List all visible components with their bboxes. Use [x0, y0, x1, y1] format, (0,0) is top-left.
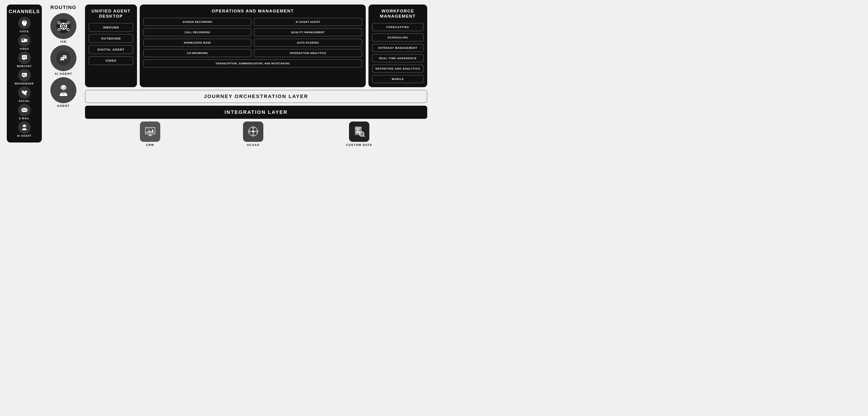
svg-rect-52	[149, 130, 150, 133]
svg-rect-74	[359, 131, 360, 133]
routing-label-agent: AGENT	[57, 104, 70, 107]
wfm-item-scheduling: SCHEDULING	[372, 33, 424, 41]
integration-icons: CRM	[85, 122, 427, 146]
ai-agent-icon	[21, 124, 28, 131]
svg-marker-4	[26, 39, 27, 42]
crm-icon-box	[140, 122, 160, 142]
ua-item-digital-agent: DIGITAL AGENT	[89, 45, 133, 54]
main-container: CHANNELS VOICE	[7, 4, 427, 146]
messenger-icon	[21, 72, 28, 79]
ua-item-inbound: INBOUND	[89, 23, 133, 32]
svg-rect-55	[147, 129, 150, 129]
ucaas-label: UCaaS	[247, 143, 259, 146]
messenger-icon-circle	[18, 69, 31, 81]
svg-rect-2	[22, 22, 23, 24]
custom-data-label: CUSTOM DATA	[346, 143, 372, 146]
video-icon-circle	[18, 34, 31, 47]
ua-item-outbound: OUTBOUND	[89, 34, 133, 43]
channel-item-social: SOCIAL	[9, 86, 39, 103]
routing-item-agent: AGENT	[51, 77, 76, 107]
svg-rect-56	[151, 129, 153, 129]
channel-label-social: SOCIAL	[19, 100, 30, 102]
ops-item-auto-scoring: AUTO-SCORING	[254, 39, 362, 47]
routing-title: ROUTING	[51, 4, 76, 10]
channel-label-ai-agent: AI AGENT	[17, 134, 31, 137]
ai-agent-icon-circle	[18, 121, 31, 134]
email-icon	[21, 106, 28, 114]
svg-rect-10	[23, 75, 25, 75]
svg-rect-32	[63, 23, 64, 24]
wfm-item-mobile: MOBILE	[372, 75, 424, 83]
voice-icon-circle	[18, 17, 31, 29]
wfm-panel-title: WORKFORCE MANAGEMENT	[372, 8, 424, 19]
channel-item-video: VIDEO	[9, 34, 39, 50]
ops-item-interaction-analytics: INTERACTION ANALYTICS	[254, 49, 362, 57]
svg-point-11	[25, 93, 26, 95]
svg-rect-33	[63, 28, 64, 29]
svg-rect-71	[355, 129, 360, 130]
svg-point-39	[61, 58, 62, 59]
channel-item-email: E-MAIL	[9, 104, 39, 120]
webchat-icon-circle	[18, 51, 31, 64]
channel-label-webchat: WEBCHAT	[17, 65, 32, 68]
routing-label-ivr: IVR	[60, 40, 67, 43]
wfm-item-reporting: REPORTING AND ANALYTICS	[372, 65, 424, 73]
svg-point-41	[64, 57, 64, 57]
svg-point-7	[24, 57, 25, 58]
svg-point-42	[65, 57, 66, 57]
agent-routing-icon-circle	[51, 77, 76, 103]
channel-label-email: E-MAIL	[19, 117, 30, 120]
center-area: UNIFIED AGENT DESKTOP INBOUND OUTBOUND D…	[85, 4, 427, 146]
journey-orchestration-bar: JOURNEY ORCHESTRATION LAYER	[85, 90, 427, 103]
custom-data-icon	[353, 125, 366, 138]
svg-point-31	[63, 25, 64, 27]
svg-point-40	[62, 58, 63, 59]
wfm-item-forecasting: FORECASTING	[372, 23, 424, 31]
channel-label-voice: VOICE	[20, 30, 29, 33]
svg-rect-73	[357, 130, 358, 133]
integration-bar: INTEGRATION LAYER	[85, 106, 427, 119]
channel-label-video: VIDEO	[20, 47, 29, 50]
channel-item-voice: VOICE	[9, 17, 39, 33]
svg-rect-47	[61, 87, 61, 89]
svg-point-60	[252, 130, 254, 133]
ops-item-transcription: TRANSCIPTION, SUMMARIZATION, AND NOTETAK…	[143, 59, 362, 68]
crm-icon	[144, 125, 156, 138]
channel-item-ai-agent: AI AGENT	[9, 121, 39, 138]
svg-rect-35	[66, 26, 67, 27]
svg-rect-72	[356, 131, 357, 133]
crm-label: CRM	[146, 143, 154, 146]
svg-rect-19	[26, 126, 26, 127]
ucaas-icon	[247, 125, 259, 138]
video-icon	[21, 37, 28, 44]
social-icon-circle	[18, 86, 31, 99]
voice-icon	[21, 20, 28, 27]
operations-panel-title: OPERATIONS AND MANAGEMENT	[212, 8, 294, 14]
ops-item-co-browsing: CO-BROWSING	[143, 49, 252, 57]
svg-point-8	[25, 57, 26, 58]
integration-item-ucaas: UCaaS	[243, 122, 264, 146]
ops-item-ai-agent-assist: AI AGENT ASSIST	[254, 18, 362, 26]
integration-item-crm: CRM	[140, 122, 160, 146]
channel-label-messenger: MESSENGER	[15, 82, 34, 85]
operations-panel: OPERATIONS AND MANAGEMENT SCREEN RECORDI…	[140, 4, 366, 87]
svg-rect-5	[22, 39, 24, 40]
ivr-icon	[56, 18, 71, 34]
channel-item-webchat: WEBCHAT	[9, 51, 39, 68]
svg-rect-34	[60, 26, 61, 27]
ua-item-video: VIDEO	[89, 56, 133, 65]
svg-point-46	[64, 87, 65, 88]
top-panels: UNIFIED AGENT DESKTOP INBOUND OUTBOUND D…	[85, 4, 427, 87]
ops-item-screen-recording: SCREEN RECORDING	[143, 18, 252, 26]
webchat-icon	[21, 54, 28, 62]
unified-panel-title: UNIFIED AGENT DESKTOP	[89, 8, 133, 19]
svg-point-6	[23, 57, 24, 58]
channel-item-messenger: MESSENGER	[9, 69, 39, 85]
ops-item-knowledge-base: KNOWLEDGE BASE	[143, 39, 252, 47]
svg-rect-18	[23, 126, 23, 127]
ai-agent-routing-icon	[56, 50, 71, 66]
wfm-item-real-time: REAL-TIME ADHERENCE	[372, 54, 424, 62]
ua-items-list: INBOUND OUTBOUND DIGITAL AGENT VIDEO	[89, 23, 133, 65]
routing-panel: ROUTING	[46, 4, 81, 109]
svg-point-17	[25, 126, 25, 126]
